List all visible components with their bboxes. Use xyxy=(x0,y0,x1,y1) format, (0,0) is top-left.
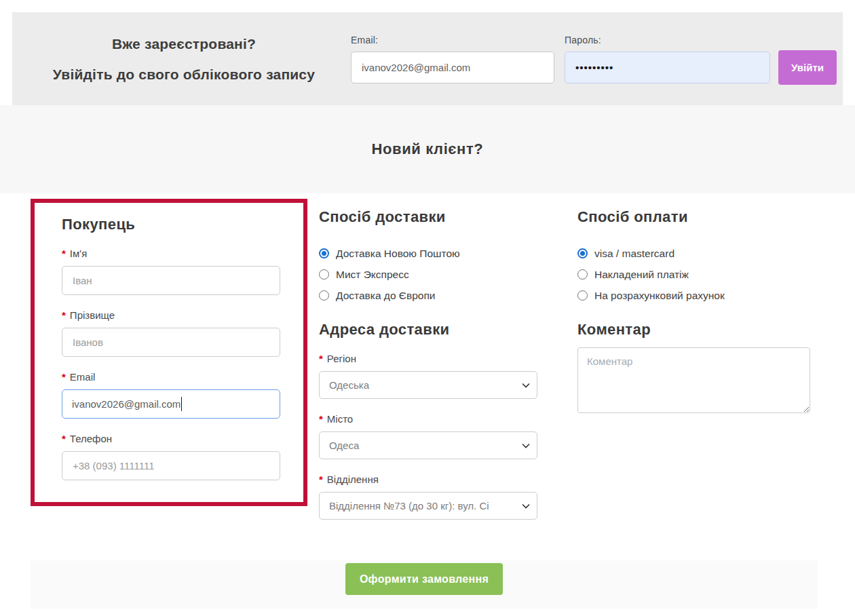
login-bar: Вже зареєстровані? Увійдіть до свого обл… xyxy=(12,12,843,105)
checkout-form: Покупець * Ім'я * Прізвище * Email ivano… xyxy=(0,193,855,520)
address-heading: Адреса доставки xyxy=(319,321,539,339)
last-name-input[interactable] xyxy=(62,328,280,357)
buyer-section-highlight-box: Покупець * Ім'я * Прізвище * Email ivano… xyxy=(31,199,307,506)
delivery-options: Доставка Новою Поштою Мист Экспресс Дост… xyxy=(319,243,539,306)
first-name-label: * Ім'я xyxy=(62,248,283,259)
phone-label: * Телефон xyxy=(62,433,283,444)
required-mark: * xyxy=(62,309,66,321)
required-mark: * xyxy=(319,353,323,364)
text-cursor xyxy=(181,397,182,411)
region-label: * Регіон xyxy=(319,353,539,364)
login-email-input[interactable] xyxy=(351,52,554,83)
payment-column: Спосіб оплати visa / mastercard Накладен… xyxy=(577,193,812,416)
login-button[interactable]: Увійти xyxy=(778,50,837,85)
email-label: * Email xyxy=(62,371,283,383)
login-email-group: Email: xyxy=(351,35,554,83)
first-name-input[interactable] xyxy=(62,266,280,295)
last-name-label: * Прізвище xyxy=(62,309,283,321)
required-mark: * xyxy=(319,413,323,425)
city-label: * Місто xyxy=(319,413,539,425)
branch-select-wrap: Відділення №73 (до 30 кг): вул. Сі xyxy=(319,492,537,520)
payment-option-card[interactable]: visa / mastercard xyxy=(577,243,812,264)
region-select-wrap: Одеська xyxy=(319,371,537,399)
radio-icon[interactable] xyxy=(577,290,588,301)
required-mark: * xyxy=(62,248,66,259)
required-mark: * xyxy=(62,371,66,383)
login-password-group: Пароль: xyxy=(565,35,770,83)
delivery-option-meest-express[interactable]: Мист Экспресс xyxy=(319,264,539,285)
login-password-label: Пароль: xyxy=(565,35,770,45)
branch-label: * Відділення xyxy=(319,474,539,485)
radio-selected-icon[interactable] xyxy=(319,248,329,258)
region-select[interactable]: Одеська xyxy=(319,371,537,399)
radio-icon[interactable] xyxy=(577,269,588,280)
email-input-value: ivanov2026@gmail.com xyxy=(72,398,180,410)
login-password-input[interactable] xyxy=(565,52,770,83)
radio-icon[interactable] xyxy=(319,290,329,301)
required-mark: * xyxy=(319,474,323,485)
payment-option-bank-account[interactable]: На розрахунковий рахунок xyxy=(577,285,812,306)
new-client-band: Новий клієнт? xyxy=(0,105,855,193)
branch-select[interactable]: Відділення №73 (до 30 кг): вул. Сі xyxy=(319,492,537,520)
delivery-option-nova-poshta[interactable]: Доставка Новою Поштою xyxy=(319,243,539,264)
phone-input[interactable] xyxy=(62,451,280,480)
city-select[interactable]: Одеса xyxy=(319,431,537,459)
buyer-heading: Покупець xyxy=(62,216,283,233)
new-client-heading: Новий клієнт? xyxy=(372,140,484,158)
login-title-line2: Увійдіть до свого облікового запису xyxy=(27,59,341,90)
city-select-wrap: Одеса xyxy=(319,431,537,459)
comment-heading: Коментар xyxy=(577,321,812,339)
delivery-option-europe[interactable]: Доставка до Європи xyxy=(319,285,539,306)
delivery-column: Спосіб доставки Доставка Новою Поштою Ми… xyxy=(319,193,539,520)
payment-heading: Спосіб оплати xyxy=(577,208,812,226)
delivery-heading: Спосіб доставки xyxy=(319,208,539,226)
footer-bar: Оформити замовлення xyxy=(31,560,818,609)
radio-selected-icon[interactable] xyxy=(577,248,588,258)
login-title-line1: Вже зареєстровані? xyxy=(27,28,341,59)
radio-icon[interactable] xyxy=(319,269,329,280)
place-order-button[interactable]: Оформити замовлення xyxy=(345,563,503,595)
login-title: Вже зареєстровані? Увійдіть до свого обл… xyxy=(27,28,341,90)
payment-option-cod[interactable]: Накладений платіж xyxy=(577,264,812,285)
login-email-label: Email: xyxy=(351,35,554,45)
email-input[interactable]: ivanov2026@gmail.com xyxy=(62,389,280,419)
comment-textarea[interactable] xyxy=(577,347,810,413)
payment-options: visa / mastercard Накладений платіж На р… xyxy=(577,243,812,306)
required-mark: * xyxy=(62,433,66,444)
